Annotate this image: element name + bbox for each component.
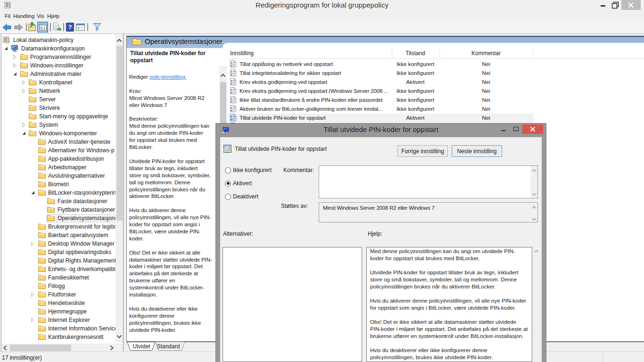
- svg-text:?: ?: [68, 24, 72, 31]
